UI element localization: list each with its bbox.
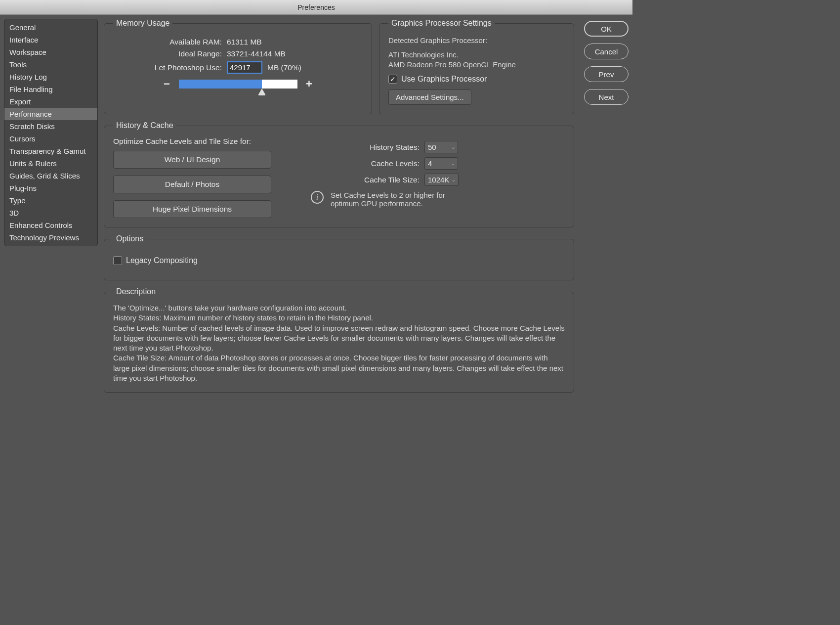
prev-button[interactable]: Prev <box>584 66 629 82</box>
optimize-button-huge-pixel-dimensions[interactable]: Huge Pixel Dimensions <box>113 200 271 218</box>
use-gpu-checkbox[interactable] <box>388 75 397 84</box>
gpu-device: AMD Radeon Pro 580 OpenGL Engine <box>388 60 565 69</box>
options-panel: Options Legacy Compositing <box>104 234 574 280</box>
sidebar-item-performance[interactable]: Performance <box>4 108 97 120</box>
advanced-settings-button[interactable]: Advanced Settings... <box>388 89 471 105</box>
sidebar-item-export[interactable]: Export <box>4 95 97 108</box>
memory-usage-panel: Memory Usage Available RAM: 61311 MB Ide… <box>104 19 372 114</box>
available-ram-value: 61311 MB <box>227 38 262 46</box>
sidebar-item-type[interactable]: Type <box>4 194 97 207</box>
cache-tile-size-dropdown[interactable]: 1024K⌵ <box>424 174 459 186</box>
window-title: Preferences <box>0 0 632 15</box>
use-gpu-label: Use Graphics Processor <box>401 75 487 84</box>
memory-slider[interactable] <box>179 80 297 89</box>
options-legend: Options <box>113 234 146 243</box>
history-states-label: History States: <box>291 143 420 152</box>
sidebar-item-enhanced-controls[interactable]: Enhanced Controls <box>4 219 97 231</box>
memory-suffix: MB (70%) <box>267 63 301 72</box>
memory-increase-button[interactable]: + <box>304 78 314 90</box>
cache-info-text: Set Cache Levels to 2 or higher for opti… <box>331 191 459 208</box>
sidebar-item-transparency-gamut[interactable]: Transparency & Gamut <box>4 145 97 157</box>
sidebar-item-file-handling[interactable]: File Handling <box>4 83 97 95</box>
optimize-button-web-ui-design[interactable]: Web / UI Design <box>113 151 271 169</box>
history-states-dropdown[interactable]: 50⌵ <box>424 141 458 153</box>
sidebar-item-scratch-disks[interactable]: Scratch Disks <box>4 120 97 133</box>
sidebar-item-tools[interactable]: Tools <box>4 58 97 71</box>
ideal-range-label: Ideal Range: <box>113 49 222 58</box>
sidebar-item-interface[interactable]: Interface <box>4 34 97 46</box>
sidebar-item-units-rulers[interactable]: Units & Rulers <box>4 157 97 170</box>
cache-tile-size-label: Cache Tile Size: <box>291 176 420 184</box>
available-ram-label: Available RAM: <box>113 38 222 46</box>
cache-levels-label: Cache Levels: <box>291 159 420 168</box>
history-states-value: 50 <box>428 143 436 151</box>
sidebar-item-3d[interactable]: 3D <box>4 207 97 219</box>
description-text: The 'Optimize...' buttons take your hard… <box>113 303 565 383</box>
history-cache-panel: History & Cache Optimize Cache Levels an… <box>104 121 574 227</box>
info-icon: i <box>311 191 324 204</box>
preferences-sidebar: GeneralInterfaceWorkspaceToolsHistory Lo… <box>4 19 98 246</box>
legacy-compositing-label: Legacy Compositing <box>126 256 198 265</box>
optimize-label: Optimize Cache Levels and Tile Size for: <box>113 137 271 146</box>
chevron-down-icon: ⌵ <box>452 177 455 182</box>
memory-decrease-button[interactable]: − <box>162 78 172 90</box>
ideal-range-value: 33721-44144 MB <box>227 49 286 58</box>
history-cache-legend: History & Cache <box>113 121 176 130</box>
sidebar-item-plug-ins[interactable]: Plug-Ins <box>4 182 97 194</box>
sidebar-item-history-log[interactable]: History Log <box>4 71 97 83</box>
sidebar-item-cursors[interactable]: Cursors <box>4 133 97 145</box>
gpu-settings-legend: Graphics Processor Settings <box>388 19 495 28</box>
cache-levels-dropdown[interactable]: 4⌵ <box>424 157 458 170</box>
cancel-button[interactable]: Cancel <box>584 44 629 59</box>
gpu-vendor: ATI Technologies Inc. <box>388 50 565 59</box>
gpu-settings-panel: Graphics Processor Settings Detected Gra… <box>379 19 574 114</box>
sidebar-item-guides-grid-slices[interactable]: Guides, Grid & Slices <box>4 170 97 182</box>
sidebar-item-workspace[interactable]: Workspace <box>4 46 97 58</box>
let-photoshop-use-label: Let Photoshop Use: <box>113 63 222 72</box>
cache-tile-size-value: 1024K <box>428 176 449 184</box>
sidebar-item-general[interactable]: General <box>4 21 97 34</box>
next-button[interactable]: Next <box>584 89 629 105</box>
legacy-compositing-checkbox[interactable] <box>113 256 122 265</box>
ok-button[interactable]: OK <box>584 21 629 37</box>
detected-gpu-label: Detected Graphics Processor: <box>388 36 565 45</box>
chevron-down-icon: ⌵ <box>452 144 455 150</box>
description-legend: Description <box>113 287 159 296</box>
chevron-down-icon: ⌵ <box>452 161 455 166</box>
description-panel: Description The 'Optimize...' buttons ta… <box>104 287 574 393</box>
memory-usage-legend: Memory Usage <box>113 19 172 28</box>
memory-input[interactable] <box>227 61 262 74</box>
sidebar-item-technology-previews[interactable]: Technology Previews <box>4 231 97 244</box>
cache-levels-value: 4 <box>428 159 432 168</box>
optimize-button-default-photos[interactable]: Default / Photos <box>113 176 271 193</box>
